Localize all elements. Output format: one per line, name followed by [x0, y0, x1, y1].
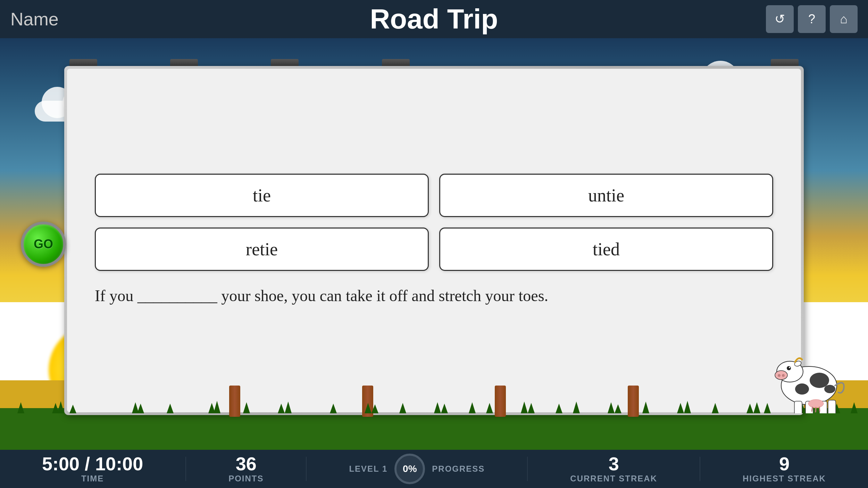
- divider-2: [306, 457, 307, 481]
- svg-point-41: [782, 374, 785, 377]
- footer: 5:00 / 10:00 TIME 36 POINTS LEVEL 1 0% P…: [0, 450, 868, 488]
- divider-3: [527, 457, 528, 481]
- svg-marker-33: [556, 404, 562, 413]
- svg-point-49: [810, 373, 829, 388]
- svg-rect-48: [828, 400, 836, 413]
- svg-marker-35: [764, 403, 771, 413]
- answer-grid: tie untie retie tied: [95, 174, 773, 271]
- header-buttons: ↺ ? ⌂: [766, 5, 858, 33]
- header: Name Road Trip ↺ ? ⌂: [0, 0, 868, 38]
- svg-marker-12: [441, 404, 448, 413]
- svg-line-54: [816, 407, 816, 412]
- svg-marker-31: [399, 403, 406, 413]
- svg-marker-6: [214, 401, 220, 413]
- answer-button-1[interactable]: tie: [95, 174, 429, 217]
- help-button[interactable]: ?: [798, 5, 826, 33]
- time-label: TIME: [81, 474, 104, 483]
- svg-marker-26: [486, 403, 493, 413]
- svg-marker-7: [278, 404, 285, 413]
- progress-pct: 0%: [403, 463, 417, 474]
- svg-marker-24: [17, 402, 24, 413]
- highest-value: 9: [779, 454, 790, 473]
- svg-marker-11: [434, 402, 441, 413]
- svg-marker-36: [851, 402, 858, 413]
- billboard-inner: tie untie retie tied If you __________ y…: [67, 69, 801, 412]
- streak-stat: 3 CURRENT STREAK: [570, 454, 657, 483]
- home-button[interactable]: ⌂: [830, 5, 858, 33]
- question-text: If you __________ your shoe, you can tak…: [95, 281, 548, 307]
- svg-point-50: [795, 383, 809, 395]
- go-label: GO: [34, 237, 53, 251]
- svg-marker-15: [608, 402, 615, 413]
- level-label: LEVEL 1: [349, 464, 387, 474]
- svg-point-39: [775, 371, 787, 380]
- game-title: Road Trip: [370, 3, 498, 35]
- answer-button-3[interactable]: retie: [95, 228, 429, 271]
- svg-marker-17: [677, 403, 684, 413]
- billboard: tie untie retie tied If you __________ y…: [64, 66, 804, 415]
- time-value: 5:00 / 10:00: [42, 454, 143, 473]
- svg-marker-18: [684, 401, 691, 413]
- divider-4: [700, 457, 700, 481]
- progress-row: LEVEL 1 0% PROGRESS: [349, 454, 485, 484]
- svg-marker-4: [137, 404, 144, 413]
- svg-marker-2: [69, 405, 76, 413]
- svg-point-51: [824, 385, 835, 393]
- streak-value: 3: [609, 454, 619, 473]
- go-button[interactable]: GO: [21, 222, 66, 267]
- progress-circle: 0%: [394, 454, 425, 484]
- svg-marker-27: [573, 402, 580, 413]
- svg-marker-1: [57, 401, 64, 413]
- billboard-frame: tie untie retie tied If you __________ y…: [64, 66, 804, 415]
- points-label: POINTS: [228, 474, 264, 483]
- svg-marker-30: [167, 404, 174, 413]
- answer-button-2[interactable]: untie: [439, 174, 773, 217]
- answer-button-4[interactable]: tied: [439, 228, 773, 271]
- svg-marker-14: [528, 403, 535, 413]
- svg-marker-34: [642, 402, 649, 413]
- svg-marker-19: [746, 404, 753, 413]
- svg-rect-45: [794, 401, 802, 413]
- svg-point-52: [808, 399, 824, 408]
- highest-label: HIGHEST STREAK: [743, 474, 826, 483]
- svg-marker-20: [753, 402, 760, 413]
- svg-marker-28: [712, 403, 719, 413]
- game-scene: tie untie retie tied If you __________ y…: [0, 38, 868, 450]
- home-icon: ⌂: [840, 12, 848, 26]
- grass-decoration: [0, 396, 868, 413]
- divider-1: [185, 457, 186, 481]
- svg-marker-8: [285, 402, 292, 413]
- help-icon: ?: [808, 12, 815, 26]
- time-stat: 5:00 / 10:00 TIME: [42, 454, 143, 483]
- svg-line-55: [819, 407, 820, 411]
- svg-marker-9: [365, 403, 372, 413]
- progress-label: PROGRESS: [432, 464, 485, 474]
- svg-point-42: [787, 366, 791, 370]
- points-stat: 36 POINTS: [228, 454, 264, 483]
- svg-point-43: [789, 367, 790, 368]
- points-value: 36: [236, 454, 257, 473]
- svg-marker-29: [243, 402, 250, 413]
- highest-streak-stat: 9 HIGHEST STREAK: [743, 454, 826, 483]
- svg-marker-25: [330, 404, 337, 413]
- back-button[interactable]: ↺: [766, 5, 794, 33]
- player-name: Name: [10, 9, 87, 30]
- back-icon: ↺: [775, 12, 785, 26]
- svg-marker-10: [372, 404, 378, 413]
- streak-label: CURRENT STREAK: [570, 474, 657, 483]
- svg-line-53: [812, 407, 812, 411]
- svg-marker-32: [469, 402, 476, 413]
- svg-marker-16: [615, 404, 621, 413]
- progress-stat: LEVEL 1 0% PROGRESS: [349, 454, 485, 484]
- cow-decoration: [771, 344, 847, 413]
- svg-marker-13: [521, 402, 528, 413]
- svg-point-40: [778, 374, 781, 377]
